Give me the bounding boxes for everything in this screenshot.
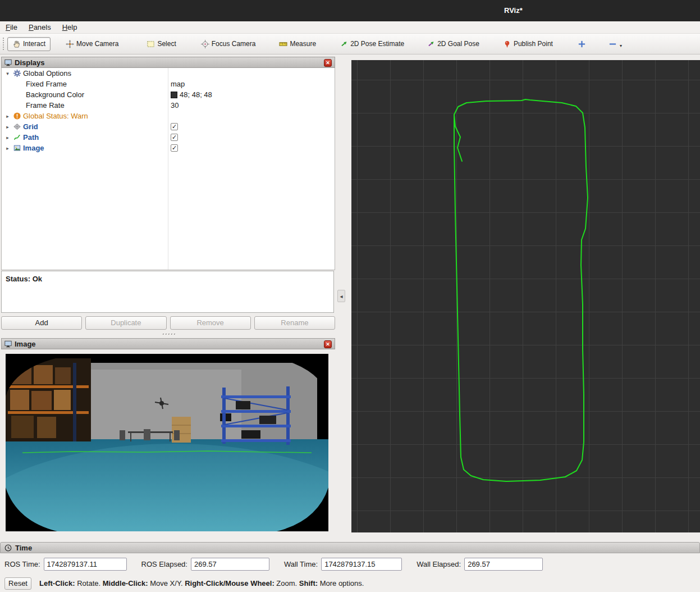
expander-open-icon[interactable]: ▾ <box>4 71 11 76</box>
row-label: Image <box>23 144 44 152</box>
warning-icon <box>13 112 21 120</box>
row-label: Frame Rate <box>26 101 65 110</box>
displays-panel-title: Displays <box>15 58 44 67</box>
clock-icon <box>4 544 12 552</box>
tool-select-button[interactable]: Select <box>141 37 181 51</box>
row-label: Grid <box>23 122 38 131</box>
status-box: Status: Ok <box>1 271 334 313</box>
displays-panel: Displays ▾ Global Options Fixed Frame ma… <box>1 57 335 68</box>
tool-2d-goal-pose-button[interactable]: 2D Goal Pose <box>422 37 484 51</box>
expander-closed-icon[interactable]: ▸ <box>4 124 11 130</box>
ros-elapsed-label: ROS Elapsed: <box>141 560 187 568</box>
grid-display-icon <box>13 123 21 130</box>
ros-time-input[interactable] <box>44 558 127 571</box>
grid-enabled-checkbox[interactable] <box>171 123 178 130</box>
minus-icon <box>609 40 617 48</box>
expander-closed-icon[interactable]: ▸ <box>4 113 11 119</box>
menu-file[interactable]: File <box>0 21 23 34</box>
menubar: File Panels Help <box>0 21 700 34</box>
publish-point-pin-icon <box>503 40 511 48</box>
background-color-value[interactable]: 48; 48; 48 <box>180 90 212 99</box>
camera-image <box>6 354 328 531</box>
remove-button: Remove <box>170 316 251 330</box>
time-fields-row: ROS Time: ROS Elapsed: Wall Time: Wall E… <box>0 553 700 575</box>
rename-button: Rename <box>254 316 335 330</box>
image-panel-header[interactable]: Image <box>1 338 335 349</box>
add-tool-button[interactable] <box>574 37 590 51</box>
time-footer-row: Reset Left-Click: Rotate. Middle-Click: … <box>0 575 700 592</box>
toolbar-grip[interactable] <box>2 37 5 51</box>
time-panel-header[interactable]: Time <box>0 542 700 553</box>
tool-2d-pose-estimate-button[interactable]: 2D Pose Estimate <box>335 37 409 51</box>
tool-interact-button[interactable]: Interact <box>7 37 51 51</box>
image-panel: Image <box>1 338 335 349</box>
path-enabled-checkbox[interactable] <box>171 134 178 141</box>
toolbar: Interact Move Camera Select Focus Camera… <box>0 34 700 54</box>
pose-estimate-arrow-icon <box>340 40 348 48</box>
gear-icon <box>13 70 21 77</box>
viewport-3d[interactable] <box>351 60 700 532</box>
ros-time-label: ROS Time: <box>4 560 40 568</box>
color-swatch[interactable] <box>171 92 177 98</box>
remove-tool-button[interactable]: ▾ <box>605 37 626 51</box>
ros-elapsed-input[interactable] <box>191 558 269 571</box>
tool-focus-camera-button[interactable]: Focus Camera <box>196 37 261 51</box>
tree-column-divider[interactable] <box>168 68 168 270</box>
image-enabled-checkbox[interactable] <box>171 144 178 152</box>
row-label: Background Color <box>26 90 84 99</box>
row-label: Path <box>23 133 39 142</box>
focus-crosshair-icon <box>201 40 209 48</box>
displays-buttons-row: Add Duplicate Remove Rename <box>1 316 335 330</box>
duplicate-button: Duplicate <box>85 316 166 330</box>
image-panel-title: Image <box>15 340 36 348</box>
menu-help[interactable]: Help <box>57 21 83 34</box>
time-panel-title: Time <box>15 544 32 552</box>
measure-ruler-icon <box>279 40 287 48</box>
row-label: Global Status: Warn <box>23 112 88 120</box>
plus-icon <box>578 40 586 48</box>
collapse-arrow-icon: ◂ <box>340 293 342 299</box>
fixed-frame-value[interactable]: map <box>171 80 185 88</box>
interact-hand-icon <box>12 40 21 48</box>
expander-closed-icon[interactable]: ▸ <box>4 145 11 151</box>
tool-measure-button[interactable]: Measure <box>274 37 321 51</box>
status-text: Status: Ok <box>6 275 42 283</box>
displays-monitor-icon <box>4 59 12 66</box>
select-box-icon <box>147 40 155 48</box>
chevron-down-icon: ▾ <box>620 43 622 48</box>
panel-splitter-handle[interactable] <box>162 333 175 335</box>
tool-move-camera-button[interactable]: Move Camera <box>61 37 123 51</box>
titlebar: RViz* <box>0 0 700 21</box>
panel-collapse-handle[interactable]: ◂ <box>337 290 345 302</box>
tool-publish-point-button[interactable]: Publish Point <box>498 37 558 51</box>
move-camera-icon <box>66 40 74 48</box>
wall-elapsed-input[interactable] <box>464 558 543 571</box>
reset-button[interactable]: Reset <box>4 577 31 590</box>
row-label: Fixed Frame <box>26 80 67 88</box>
add-button[interactable]: Add <box>1 316 82 330</box>
path-tail-polyline <box>454 115 462 161</box>
displays-panel-header[interactable]: Displays <box>1 57 335 68</box>
wall-time-input[interactable] <box>321 558 402 571</box>
goal-pose-arrow-icon <box>427 40 435 48</box>
close-icon[interactable] <box>324 340 332 348</box>
close-icon[interactable] <box>324 59 332 67</box>
row-label: Global Options <box>23 69 71 78</box>
image-display-icon <box>13 144 21 152</box>
path-polyline <box>454 99 588 481</box>
time-panel: Time ROS Time: ROS Elapsed: Wall Time: W… <box>0 542 700 592</box>
frame-rate-value[interactable]: 30 <box>171 101 179 110</box>
menu-panels[interactable]: Panels <box>23 21 57 34</box>
left-column: Displays ▾ Global Options Fixed Frame ma… <box>1 57 335 532</box>
mouse-help-text: Left-Click: Rotate. Middle-Click: Move X… <box>39 579 364 588</box>
expander-closed-icon[interactable]: ▸ <box>4 135 11 140</box>
path-display-icon <box>13 134 21 141</box>
window-title: RViz* <box>504 6 523 15</box>
wall-time-label: Wall Time: <box>284 560 318 568</box>
displays-tree: ▾ Global Options Fixed Frame map Backgro… <box>1 68 335 270</box>
image-panel-icon <box>4 340 12 348</box>
wall-elapsed-label: Wall Elapsed: <box>417 560 461 568</box>
